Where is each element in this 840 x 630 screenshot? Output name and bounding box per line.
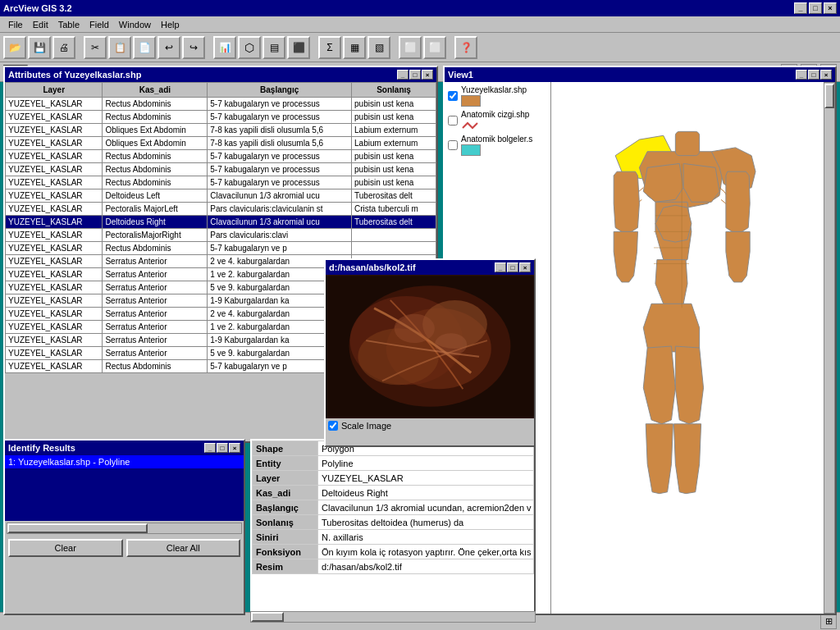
table-row[interactable]: YUZEYEL_KASLARRectus Abdominis5-7 kabuga… bbox=[6, 111, 436, 124]
tool-field2[interactable]: ▧ bbox=[368, 36, 390, 59]
tool-redo[interactable]: ↪ bbox=[182, 36, 205, 59]
identify-list-item[interactable]: 1: Yuzeyelkaslar.shp - Polyline bbox=[5, 455, 244, 468]
svg-marker-25 bbox=[614, 231, 637, 282]
tool-save[interactable]: 💾 bbox=[28, 36, 51, 59]
app-close-btn[interactable]: × bbox=[824, 2, 837, 14]
table-row[interactable]: YUZEYEL_KASLARPectoralisMajorRightPars c… bbox=[6, 229, 436, 242]
table-row[interactable]: YUZEYEL_KASLARDeltoideus LeftClavacilunu… bbox=[6, 189, 436, 203]
props-table-row: Kas_adiDeltoideus Right bbox=[253, 486, 534, 500]
table-row[interactable]: YUZEYEL_KASLARPectoralis MajorLeftPars c… bbox=[6, 203, 436, 216]
identify-window-title: Identify Results _ □ × bbox=[5, 441, 244, 455]
view-close-btn[interactable]: × bbox=[820, 70, 832, 80]
props-scrollbar-h[interactable] bbox=[250, 611, 536, 623]
table-row[interactable]: YUZEYEL_KASLARRectus Abdominis5-7 kabuga… bbox=[6, 163, 436, 176]
status-resize-handle[interactable]: ⊞ bbox=[820, 614, 837, 629]
tool-grid2[interactable]: ⬜ bbox=[423, 36, 446, 59]
legend-swatch-anatomik-bolgeler bbox=[461, 144, 481, 156]
col-sonlanis[interactable]: Sonlanış bbox=[352, 83, 436, 98]
col-baslangic[interactable]: Başlangıç bbox=[208, 83, 352, 98]
tool-copy[interactable]: 📋 bbox=[108, 36, 131, 59]
props-table-row: LayerYUZEYEL_KASLAR bbox=[253, 471, 534, 486]
attr-minimize-btn[interactable]: _ bbox=[397, 70, 409, 80]
app-win-controls: _ □ × bbox=[794, 2, 837, 14]
identify-close-btn[interactable]: × bbox=[229, 443, 240, 453]
props-table-row: SonlanışTuberositas deltoidea (humerus) … bbox=[253, 515, 534, 530]
table-row[interactable]: YUZEYEL_KASLARDeltoideus RightClavacilun… bbox=[6, 216, 436, 229]
image-popup-title: d:/hasan/abs/kol2.tif _ □ × bbox=[326, 260, 534, 275]
app-title: ArcView GIS 3.2 bbox=[3, 3, 794, 13]
menu-table[interactable]: Table bbox=[53, 18, 84, 31]
image-popup: d:/hasan/abs/kol2.tif _ □ × Scale Image bbox=[324, 258, 536, 447]
app-maximize-btn[interactable]: □ bbox=[809, 2, 822, 14]
legend-item-anatomik-cizgi: Anatomik cizgi.shp bbox=[448, 110, 547, 131]
body-map-svg bbox=[551, 82, 824, 614]
legend-label-anatomik-bolgeler: Anatomik bolgeler.s bbox=[461, 135, 532, 144]
tool-help[interactable]: ❓ bbox=[454, 36, 477, 59]
identify-title-text: Identify Results bbox=[8, 443, 203, 453]
svg-marker-20 bbox=[675, 346, 703, 424]
tool-layout[interactable]: ▤ bbox=[262, 36, 285, 59]
table-row[interactable]: YUZEYEL_KASLARObliques Ext Abdomin7-8 ka… bbox=[6, 137, 436, 150]
menu-help[interactable]: Help bbox=[156, 18, 185, 31]
attr-maximize-btn[interactable]: □ bbox=[409, 70, 421, 80]
table-row[interactable]: YUZEYEL_KASLARRectus Abdominis5-7 kabuga… bbox=[6, 176, 436, 189]
col-kas-adi[interactable]: Kas_adi bbox=[103, 83, 208, 98]
tool-undo[interactable]: ↩ bbox=[158, 36, 180, 59]
legend-checkbox-yuzeyelkaslar[interactable] bbox=[448, 91, 458, 101]
attr-close-btn[interactable]: × bbox=[422, 70, 433, 80]
menu-window[interactable]: Window bbox=[114, 18, 156, 31]
svg-marker-23 bbox=[614, 171, 639, 231]
legend-label-yuzeyelkaslar: Yuzeyelkaslar.shp bbox=[461, 85, 527, 94]
table-row[interactable]: YUZEYEL_KASLARRectus Abdominis5-7 kabuga… bbox=[6, 242, 436, 255]
menu-file[interactable]: File bbox=[3, 18, 28, 31]
svg-rect-12 bbox=[675, 131, 699, 155]
svg-point-6 bbox=[395, 314, 435, 343]
identify-maximize-btn[interactable]: □ bbox=[217, 443, 228, 453]
identify-list[interactable]: 1: Yuzeyelkaslar.shp - Polyline bbox=[5, 455, 244, 521]
svg-marker-22 bbox=[673, 424, 701, 494]
tool-paste[interactable]: 📄 bbox=[133, 36, 156, 59]
props-table-row: SiniriN. axillaris bbox=[253, 530, 534, 545]
menu-edit[interactable]: Edit bbox=[28, 18, 53, 31]
attributes-title-text: Attributes of Yuzeyelkaslar.shp bbox=[8, 70, 396, 80]
table-row[interactable]: YUZEYEL_KASLARRectus Abdominis5-7 kabuga… bbox=[6, 150, 436, 163]
svg-marker-26 bbox=[726, 231, 750, 282]
scale-image-checkbox[interactable] bbox=[328, 421, 338, 431]
svg-marker-14 bbox=[683, 163, 719, 202]
tool-export[interactable]: ⬛ bbox=[287, 36, 310, 59]
view-title-text: View1 bbox=[448, 70, 795, 80]
props-table-row: FonksiyonÖn kıyım kola iç rotasyon yaptı… bbox=[253, 545, 534, 559]
app-minimize-btn[interactable]: _ bbox=[794, 2, 807, 14]
tool-print[interactable]: 🖨 bbox=[52, 36, 75, 59]
image-maximize-btn[interactable]: □ bbox=[507, 262, 518, 272]
svg-marker-13 bbox=[643, 163, 683, 202]
table-row[interactable]: YUZEYEL_KASLARRectus Abdominis5-7 kabuga… bbox=[6, 98, 436, 111]
image-minimize-btn[interactable]: _ bbox=[495, 262, 506, 272]
clear-button[interactable]: Clear bbox=[8, 539, 123, 557]
map-area[interactable] bbox=[551, 82, 824, 614]
legend-checkbox-anatomik-cizgi[interactable] bbox=[448, 116, 458, 126]
clear-all-button[interactable]: Clear All bbox=[126, 539, 241, 557]
tool-grid1[interactable]: ⬜ bbox=[399, 36, 422, 59]
col-layer[interactable]: Layer bbox=[6, 83, 103, 98]
legend-item-anatomik-bolgeler: Anatomik bolgeler.s bbox=[448, 135, 547, 156]
view-minimize-btn[interactable]: _ bbox=[796, 70, 807, 80]
view-maximize-btn[interactable]: □ bbox=[808, 70, 819, 80]
tool-chart[interactable]: 📊 bbox=[213, 36, 236, 59]
properties-table: ShapePolygonEntityPolylineLayerYUZEYEL_K… bbox=[252, 441, 534, 574]
table-row[interactable]: YUZEYEL_KASLARObliques Ext Abdomin7-8 ka… bbox=[6, 124, 436, 137]
legend-checkbox-anatomik-bolgeler[interactable] bbox=[448, 140, 458, 150]
menu-field[interactable]: Field bbox=[84, 18, 114, 31]
tool-select[interactable]: ⬡ bbox=[238, 36, 261, 59]
map-scrollbar-v[interactable] bbox=[824, 82, 835, 614]
svg-marker-18 bbox=[643, 304, 699, 352]
tool-field1[interactable]: ▦ bbox=[343, 36, 366, 59]
tool-stats[interactable]: Σ bbox=[318, 36, 341, 59]
legend-swatch-anatomik-cizgi bbox=[461, 120, 481, 131]
identify-minimize-btn[interactable]: _ bbox=[204, 443, 216, 453]
tool-cut[interactable]: ✂ bbox=[84, 36, 107, 59]
view-window-title: View1 _ □ × bbox=[445, 67, 835, 82]
image-close-btn[interactable]: × bbox=[519, 262, 531, 272]
props-table-row: Resimd:/hasan/abs/kol2.tif bbox=[253, 559, 534, 574]
tool-open[interactable]: 📂 bbox=[3, 36, 26, 59]
